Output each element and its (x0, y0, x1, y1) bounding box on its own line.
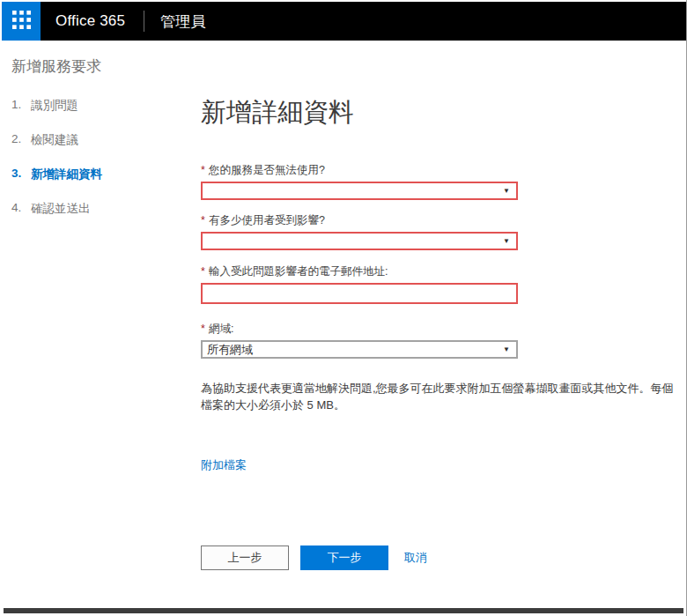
previous-step-button[interactable]: 上一步 (201, 545, 289, 570)
step-number: 4. (11, 201, 31, 217)
field-service-unavailable: *您的服務是否無法使用? ▼ (201, 164, 518, 200)
field-label-text: 您的服務是否無法使用? (209, 164, 325, 176)
portal-name-admin[interactable]: 管理員 (160, 11, 205, 32)
affected-email-input[interactable] (201, 283, 518, 304)
required-marker: * (201, 323, 205, 335)
chevron-down-icon: ▼ (503, 187, 510, 194)
wizard-steps: 1. 識別問題 2. 檢閱建議 3. 新增詳細資料 4. 確認並送出 (11, 98, 192, 217)
chevron-down-icon: ▼ (503, 237, 510, 244)
topbar: Office 365 管理員 (2, 2, 686, 41)
step-label: 檢閱建議 (31, 132, 78, 148)
field-domain: *網域: 所有網域 ▼ (201, 323, 518, 359)
step-label: 確認並送出 (31, 201, 91, 217)
field-users-affected: *有多少使用者受到影響? ▼ (201, 214, 518, 250)
step-number: 3. (11, 167, 31, 182)
topbar-divider (144, 11, 144, 32)
main-content: 新增詳細資料 *您的服務是否無法使用? ▼ *有多少使用者受到影響? ▼ *輸入… (201, 95, 674, 570)
wizard-sidebar: 新增服務要求 1. 識別問題 2. 檢閱建議 3. 新增詳細資料 4. 確認並送… (11, 56, 192, 235)
field-affected-email: *輸入受此問題影響者的電子郵件地址: (201, 265, 518, 304)
wizard-title: 新增服務要求 (11, 56, 192, 77)
field-label: *有多少使用者受到影響? (201, 214, 518, 227)
step-confirm-submit[interactable]: 4. 確認並送出 (11, 201, 192, 217)
next-step-button[interactable]: 下一步 (300, 545, 388, 570)
page-title: 新增詳細資料 (201, 95, 674, 129)
dropdown-selected-value: 所有網域 (203, 342, 516, 357)
step-number: 1. (11, 98, 31, 114)
field-label: *輸入受此問題影響者的電子郵件地址: (201, 265, 518, 278)
screenshot-bottom-shadow (4, 608, 683, 613)
app-launcher-button[interactable] (2, 2, 41, 41)
required-marker: * (201, 265, 205, 278)
step-identify-problem[interactable]: 1. 識別問題 (11, 98, 192, 114)
field-label-text: 網域: (209, 323, 233, 335)
app-launcher-grid-icon (12, 11, 31, 33)
brand-office365[interactable]: Office 365 (55, 12, 125, 30)
step-review-suggestions[interactable]: 2. 檢閱建議 (11, 132, 192, 148)
field-label: *網域: (201, 323, 518, 336)
field-label: *您的服務是否無法使用? (201, 164, 518, 177)
step-label: 識別問題 (31, 98, 78, 114)
cancel-link[interactable]: 取消 (404, 550, 427, 566)
office365-admin-page: Office 365 管理員 新增服務要求 1. 識別問題 2. 檢閱建議 3.… (0, 0, 687, 616)
field-label-text: 有多少使用者受到影響? (209, 214, 325, 226)
attachment-note: 為協助支援代表更適當地解決問題,您最多可在此要求附加五個螢幕擷取畫面或其他文件。… (201, 380, 674, 413)
wizard-button-row: 上一步 下一步 取消 (201, 545, 674, 570)
domain-dropdown[interactable]: 所有網域 ▼ (201, 340, 518, 359)
required-marker: * (201, 164, 205, 176)
step-label: 新增詳細資料 (31, 167, 102, 182)
step-number: 2. (11, 132, 31, 148)
users-affected-dropdown[interactable]: ▼ (201, 232, 518, 250)
chevron-down-icon: ▼ (503, 345, 510, 353)
step-add-details[interactable]: 3. 新增詳細資料 (11, 167, 192, 182)
field-label-text: 輸入受此問題影響者的電子郵件地址: (209, 265, 388, 278)
required-marker: * (201, 214, 205, 226)
attach-file-link[interactable]: 附加檔案 (201, 457, 247, 473)
service-unavailable-dropdown[interactable]: ▼ (201, 182, 518, 200)
